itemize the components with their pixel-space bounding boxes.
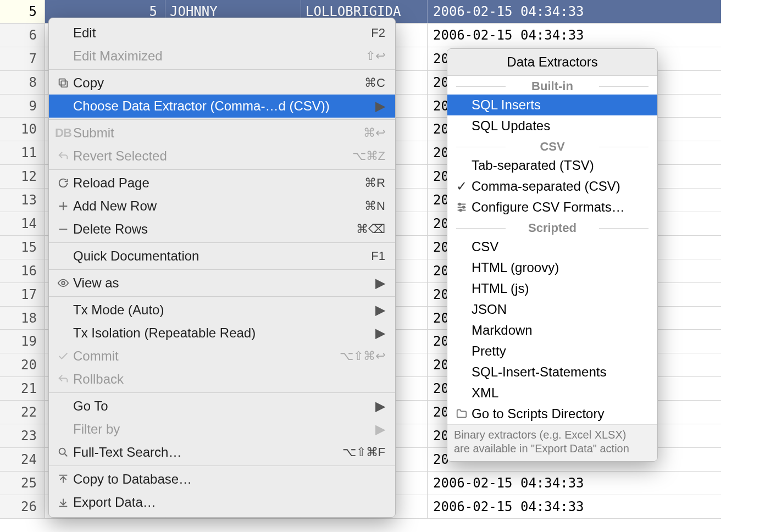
menu-full-text-search[interactable]: Full-Text Search… ⌥⇧⌘F bbox=[49, 441, 395, 464]
cell-date[interactable]: 2006-02-15 04:34:33 bbox=[428, 495, 721, 518]
chevron-right-icon: ▶ bbox=[375, 302, 385, 318]
item-label: Go to Scripts Directory bbox=[469, 406, 650, 422]
row-gutter[interactable]: 17 bbox=[0, 283, 45, 306]
menu-commit: Commit ⌥⇧⌘↩ bbox=[49, 345, 395, 368]
menu-revert-selected: Revert Selected ⌥⌘Z bbox=[49, 145, 395, 168]
extractor-sql-updates[interactable]: SQL Updates bbox=[447, 115, 657, 136]
menu-submit: DB Submit ⌘↩ bbox=[49, 121, 395, 145]
item-label: Pretty bbox=[469, 343, 650, 359]
row-gutter[interactable]: 11 bbox=[0, 141, 45, 164]
context-menu: Edit F2 Edit Maximized ⇧↩ Copy ⌘C Choose… bbox=[48, 18, 396, 518]
row-gutter[interactable]: 14 bbox=[0, 212, 45, 235]
data-extractors-popup: Data Extractors Built-in SQL Inserts SQL… bbox=[447, 48, 658, 462]
item-label: SQL Updates bbox=[469, 118, 650, 134]
menu-quick-documentation[interactable]: Quick Documentation F1 bbox=[49, 245, 395, 268]
go-to-scripts-directory[interactable]: Go to Scripts Directory bbox=[447, 403, 657, 424]
svg-point-3 bbox=[59, 448, 65, 455]
row-gutter[interactable]: 10 bbox=[0, 118, 45, 141]
menu-delete-rows[interactable]: Delete Rows ⌘⌫ bbox=[49, 218, 395, 241]
menu-shortcut: ⌘C bbox=[364, 76, 385, 90]
row-gutter[interactable]: 12 bbox=[0, 165, 45, 188]
menu-label: View as bbox=[73, 275, 370, 291]
row-gutter[interactable]: 7 bbox=[0, 47, 45, 70]
item-label: XML bbox=[469, 385, 650, 401]
extractor-csv[interactable]: ✓ Comma-separated (CSV) bbox=[447, 176, 657, 197]
menu-separator bbox=[49, 392, 395, 393]
menu-label: Edit bbox=[73, 25, 371, 41]
menu-tx-isolation[interactable]: Tx Isolation (Repeatable Read) ▶ bbox=[49, 322, 395, 345]
menu-view-as[interactable]: View as ▶ bbox=[49, 271, 395, 295]
row-gutter[interactable]: 15 bbox=[0, 236, 45, 259]
extractor-pretty[interactable]: Pretty bbox=[447, 341, 657, 362]
row-gutter[interactable]: 26 bbox=[0, 495, 45, 518]
menu-label: Rollback bbox=[73, 372, 385, 387]
menu-label: Reload Page bbox=[73, 175, 364, 191]
menu-label: Copy to Database… bbox=[73, 472, 385, 487]
row-gutter[interactable]: 21 bbox=[0, 377, 45, 400]
row-gutter[interactable]: 20 bbox=[0, 353, 45, 376]
footer-line: are available in "Export Data" action bbox=[454, 442, 651, 456]
extractor-configure-csv[interactable]: Configure CSV Formats… bbox=[447, 197, 657, 218]
footer-line: Binary extractors (e.g. Excel XLSX) bbox=[454, 428, 651, 442]
row-gutter[interactable]: 16 bbox=[0, 259, 45, 282]
menu-reload-page[interactable]: Reload Page ⌘R bbox=[49, 171, 395, 195]
popup-title: Data Extractors bbox=[447, 49, 657, 76]
menu-edit[interactable]: Edit F2 bbox=[49, 21, 395, 45]
row-gutter[interactable]: 22 bbox=[0, 401, 45, 424]
group-scripted: Scripted bbox=[447, 221, 657, 235]
extractor-html-groovy[interactable]: HTML (groovy) bbox=[447, 257, 657, 278]
svg-rect-0 bbox=[61, 81, 67, 87]
chevron-right-icon: ▶ bbox=[375, 98, 385, 114]
row-gutter[interactable]: 13 bbox=[0, 189, 45, 212]
menu-shortcut: ⌘N bbox=[364, 199, 385, 213]
item-label: HTML (js) bbox=[469, 281, 650, 296]
extractor-html-js[interactable]: HTML (js) bbox=[447, 278, 657, 299]
menu-export-data[interactable]: Export Data… bbox=[49, 491, 395, 514]
row-gutter[interactable]: 23 bbox=[0, 424, 45, 447]
chevron-right-icon: ▶ bbox=[375, 398, 385, 414]
menu-copy[interactable]: Copy ⌘C bbox=[49, 71, 395, 95]
sliders-icon bbox=[454, 201, 469, 213]
menu-tx-mode[interactable]: Tx Mode (Auto) ▶ bbox=[49, 298, 395, 322]
menu-edit-maximized: Edit Maximized ⇧↩ bbox=[49, 45, 395, 68]
menu-separator bbox=[49, 242, 395, 243]
menu-shortcut: ⌘⌫ bbox=[356, 222, 385, 236]
menu-shortcut: ⌥⇧⌘↩ bbox=[340, 349, 385, 363]
menu-label: Export Data… bbox=[73, 495, 385, 510]
menu-label: Choose Data Extractor (Comma-…d (CSV)) bbox=[73, 98, 370, 114]
menu-go-to[interactable]: Go To ▶ bbox=[49, 395, 395, 418]
download-icon bbox=[53, 496, 73, 508]
menu-copy-to-database[interactable]: Copy to Database… bbox=[49, 468, 395, 491]
row-gutter[interactable]: 5 bbox=[0, 0, 45, 23]
row-gutter[interactable]: 18 bbox=[0, 307, 45, 330]
menu-shortcut: ⌘R bbox=[364, 176, 385, 190]
cell-date[interactable]: 2006-02-15 04:34:33 bbox=[428, 24, 721, 47]
row-gutter[interactable]: 8 bbox=[0, 71, 45, 94]
folder-icon bbox=[454, 408, 469, 420]
menu-choose-data-extractor[interactable]: Choose Data Extractor (Comma-…d (CSV)) ▶ bbox=[49, 95, 395, 118]
item-label: SQL Inserts bbox=[469, 97, 650, 113]
extractor-xml[interactable]: XML bbox=[447, 383, 657, 403]
menu-label: Revert Selected bbox=[73, 148, 352, 164]
row-gutter[interactable]: 6 bbox=[0, 24, 45, 47]
extractor-tsv[interactable]: Tab-separated (TSV) bbox=[447, 155, 657, 176]
group-csv: CSV bbox=[447, 140, 657, 154]
svg-point-2 bbox=[62, 281, 65, 285]
cell-date[interactable]: 2006-02-15 04:34:33 bbox=[428, 472, 721, 495]
cell-date[interactable]: 2006-02-15 04:34:33 bbox=[428, 0, 721, 23]
row-gutter[interactable]: 19 bbox=[0, 330, 45, 353]
extractor-scripted-csv[interactable]: CSV bbox=[447, 236, 657, 257]
extractor-sql-inserts[interactable]: SQL Inserts bbox=[447, 95, 657, 115]
menu-shortcut: ⌥⇧⌘F bbox=[342, 445, 385, 459]
menu-add-new-row[interactable]: Add New Row ⌘N bbox=[49, 195, 395, 218]
menu-label: Delete Rows bbox=[73, 221, 356, 237]
extractor-json[interactable]: JSON bbox=[447, 299, 657, 320]
row-gutter[interactable]: 24 bbox=[0, 448, 45, 471]
row-gutter[interactable]: 25 bbox=[0, 472, 45, 495]
menu-rollback: Rollback bbox=[49, 368, 395, 391]
svg-point-5 bbox=[463, 206, 465, 208]
extractor-markdown[interactable]: Markdown bbox=[447, 320, 657, 341]
menu-separator bbox=[49, 296, 395, 297]
row-gutter[interactable]: 9 bbox=[0, 95, 45, 118]
extractor-sql-insert-statements[interactable]: SQL-Insert-Statements bbox=[447, 362, 657, 383]
